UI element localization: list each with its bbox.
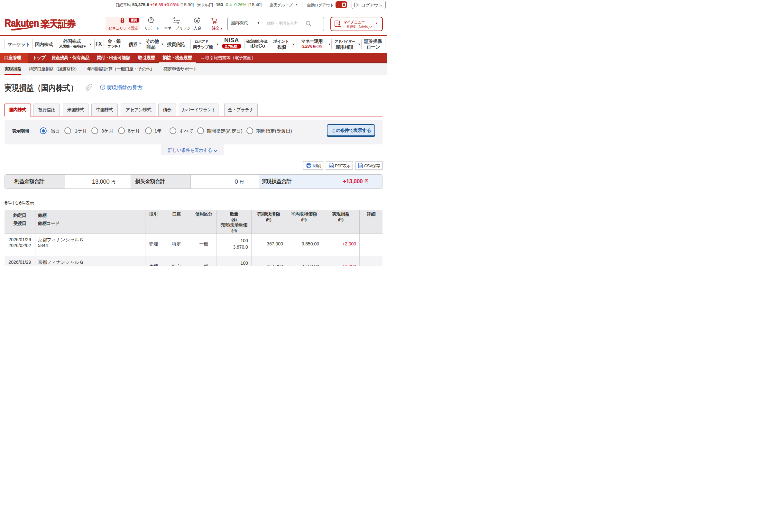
svg-text:BANK: BANK bbox=[174, 19, 180, 22]
svg-text:CSV: CSV bbox=[359, 165, 362, 167]
svg-text:PDF: PDF bbox=[330, 165, 333, 167]
